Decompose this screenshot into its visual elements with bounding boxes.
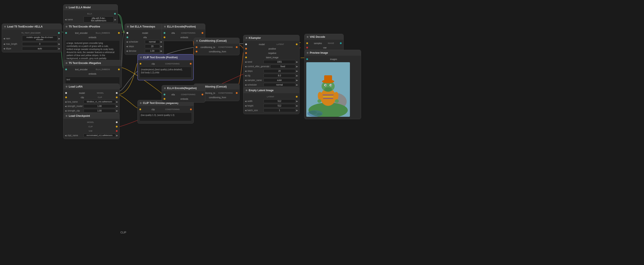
height-label: height (248, 105, 263, 107)
steps-value[interactable]: 20 (145, 45, 160, 48)
t5-output-port[interactable] (58, 32, 60, 34)
vae-input-port[interactable] (306, 47, 308, 49)
max-length-value[interactable]: 0 (22, 42, 58, 46)
conditioning-to-input-port[interactable] (196, 46, 198, 48)
node-title: Load ELLA Model (69, 6, 91, 9)
denoise-value[interactable]: 1.00 (145, 49, 160, 53)
conditioning-output-port[interactable] (202, 94, 203, 95)
clip-positive-text-area[interactable]: (masterpiece),(best quality),(ultra-deta… (140, 67, 192, 78)
svg-rect-10 (321, 95, 336, 95)
ckpt-name-label: ckpt_name (68, 134, 83, 137)
ella-embeds-output-port[interactable] (118, 32, 120, 34)
node-status-dot (66, 26, 68, 28)
lora-name-value[interactable]: blindbox_v1_mix.safetensors (84, 100, 116, 103)
embeds-input-port[interactable] (164, 37, 165, 38)
scheduler-value[interactable]: normal (264, 83, 296, 87)
model-output-port[interactable] (116, 92, 118, 94)
clip-input-port[interactable] (140, 109, 141, 110)
image-output-port[interactable] (340, 42, 342, 44)
strength-model-value[interactable]: 1.00 (84, 104, 116, 108)
scheduler-value[interactable]: normal (145, 40, 160, 44)
node-status-dot (66, 62, 68, 64)
conditioning-output-port[interactable] (236, 46, 238, 48)
clip-label: clip (152, 108, 155, 111)
nam-value[interactable]: models--google--flan-t5-xl-text-encoder (22, 36, 58, 41)
svg-point-9 (330, 85, 332, 86)
conditioning-output-port[interactable] (236, 92, 238, 94)
nam-field-row: ◀ nam models--google--flan-t5-xl-text-en… (2, 35, 62, 42)
ella-input-port[interactable] (164, 32, 165, 34)
conditioning-output-port[interactable] (190, 63, 192, 65)
name-value[interactable]: ella-sd1.5-tsc-t5xl.safetensors (84, 16, 114, 23)
latent-output-port[interactable] (296, 96, 298, 98)
vae-output-port[interactable] (116, 130, 118, 132)
clip-input-port[interactable] (140, 63, 141, 65)
node-status-dot (66, 7, 68, 8)
ella-input-port[interactable] (164, 94, 165, 95)
ella-embeds-output-port[interactable] (118, 69, 120, 70)
text-encoder-input-port[interactable] (65, 69, 67, 70)
character-illustration (306, 62, 350, 117)
model-input-port[interactable] (126, 32, 128, 34)
seed-value[interactable]: 1001 (264, 60, 296, 64)
clip-output-label: CLIP (98, 96, 102, 98)
model-output-label: MODEL (87, 121, 94, 123)
load-lora-node: Load LoRA model MODEL clip CLIP ◀ lora_n… (63, 84, 120, 115)
load-ella-model-node: Load ELLA Model ELLA ◀ name ella-sd1.5-t… (63, 4, 118, 25)
ella-input-port[interactable] (126, 37, 128, 38)
strength-clip-value[interactable]: 1.00 (84, 109, 116, 113)
ella-label: ella (172, 32, 175, 34)
node-status-dot (307, 52, 308, 54)
embeds-input-port[interactable] (164, 98, 165, 100)
height-value[interactable]: 512 (264, 104, 296, 108)
latent-output-port[interactable] (296, 44, 298, 45)
model-label: model (79, 92, 85, 94)
steps-value[interactable]: 20 (264, 69, 296, 73)
text-encoder-input-port[interactable] (65, 32, 67, 34)
node-title: T5 Text Encode #Negative (69, 62, 101, 65)
latent-image-input-port[interactable] (245, 57, 247, 58)
node-title: Preview Image (310, 51, 328, 54)
node-title: Load T5 TextEncoder #ELLA (7, 25, 42, 28)
model-output-port[interactable] (116, 121, 118, 123)
node-title: ELLA Encode(Negative) (167, 87, 197, 90)
sampler-name-label: sampler_name (248, 79, 263, 81)
ckpt-name-value[interactable]: revAnimated_v11.safetensors (84, 134, 116, 137)
t5-text-encode-negative-header: T5 Text Encode #Negative (64, 60, 122, 66)
dtype-value[interactable]: auto (22, 47, 58, 51)
steps-label: steps (129, 45, 144, 48)
negative-input-port[interactable] (245, 52, 247, 54)
empty-latent-image-header: Empty Latent Image (244, 88, 299, 93)
conditioning-output-port[interactable] (190, 109, 192, 110)
ella-output-port[interactable] (114, 13, 116, 15)
batch-size-value[interactable]: 1 (264, 109, 296, 112)
model-input-port[interactable] (65, 92, 67, 94)
clip-output-port[interactable] (116, 97, 118, 98)
clip-label: clip (81, 96, 84, 99)
latent-output-label: LATENT (276, 43, 284, 45)
ella-label: ella (143, 36, 147, 39)
conditioning-from-input-port[interactable] (196, 51, 198, 52)
max-length-field-row: ◀ max_length 0 ▶ (2, 42, 62, 46)
latent-output-label: LATENT (267, 96, 274, 98)
clip-output-port[interactable] (116, 126, 118, 127)
lora-name-label: lora_name (68, 101, 83, 103)
ella-embeds-output-label: ELLA_EMBEDS (96, 32, 110, 34)
positive-input-port[interactable] (245, 48, 247, 50)
clip-negative-text-area[interactable]: (low quality:1.3), (worst quality:1.3) (140, 112, 192, 121)
sampler-name-value[interactable]: euler (264, 78, 296, 82)
width-value[interactable]: 512 (264, 99, 296, 103)
control-after-generate-value[interactable]: fixed (270, 65, 296, 68)
images-input-port[interactable] (306, 58, 308, 60)
node-status-dot (164, 87, 166, 89)
clip-input-port[interactable] (65, 97, 67, 98)
samples-input-port[interactable] (306, 42, 308, 44)
preview-image-container (306, 62, 350, 117)
node-status-dot (246, 90, 248, 91)
model-input-port[interactable] (245, 44, 247, 45)
model-output-label: MODEL (97, 92, 104, 94)
clip-text-encode-positive-node: CLIP Text Encode (Positive) clip CONDITI… (138, 54, 194, 80)
cfg-value[interactable]: 8.0 (264, 74, 296, 78)
conditioning-output-port[interactable] (202, 32, 203, 34)
node-title: Load Checkpoint (69, 114, 90, 117)
